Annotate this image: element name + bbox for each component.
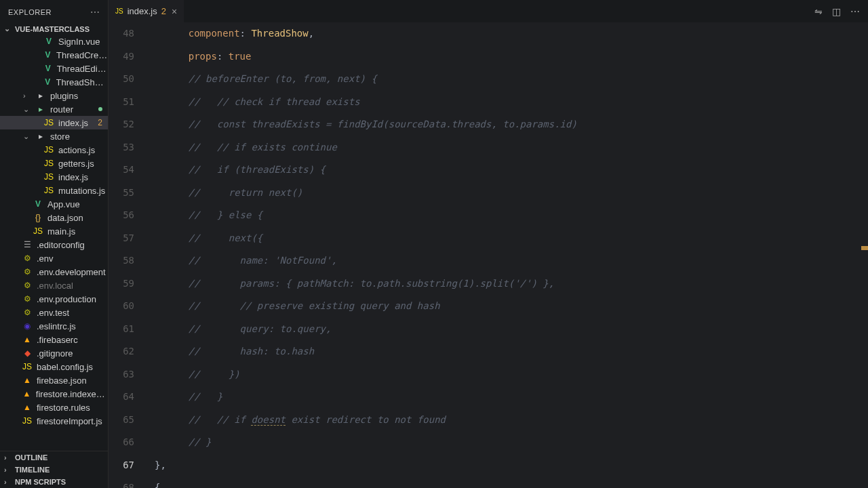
tree-item-label: actions.js (58, 145, 95, 155)
tree-item[interactable]: ⌄▸router (0, 102, 108, 116)
chevron-icon: › (23, 92, 31, 100)
explorer-actions: ⋯ (90, 7, 100, 18)
tree-item[interactable]: ◆.gitignore (0, 346, 108, 360)
tree-item-label: .env.test (37, 308, 69, 318)
modified-dot (98, 107, 102, 111)
npm-scripts-section[interactable]: ›NPM SCRIPTS (0, 476, 108, 488)
tree-item-label: getters.js (58, 159, 94, 169)
tree-item-label: data.json (47, 213, 83, 223)
tree-item[interactable]: ▲firestore.indexes.j… (0, 387, 108, 401)
tree-item-label: firebase.json (37, 375, 87, 386)
tree-item[interactable]: VSignIn.vue (0, 35, 108, 48)
compare-icon[interactable]: ⇋ (814, 6, 823, 17)
tree-item-label: plugins (50, 91, 78, 101)
tree-item[interactable]: ▲firebase.json (0, 373, 108, 387)
more-icon[interactable]: ⋯ (850, 6, 860, 17)
tree-item[interactable]: ⚙.env.development (0, 265, 108, 279)
project-name: VUE-MASTERCLASS (15, 25, 90, 33)
tree-item[interactable]: JSactions.js (0, 143, 108, 157)
tree-item[interactable]: ›▸plugins (0, 89, 108, 102)
tree-item-label: .env.development (37, 267, 106, 277)
tree-item-label: mutations.js (58, 186, 105, 196)
tree-item-label: .env.local (37, 281, 73, 291)
tree-item[interactable]: JSmutations.js (0, 184, 108, 197)
tree-item-label: store (50, 131, 70, 142)
tree-item-label: ThreadEdit.vue (57, 64, 108, 74)
tree-item[interactable]: ☰.editorconfig (0, 238, 108, 251)
tab-filename: index.js (127, 6, 157, 16)
tree-item-label: router (50, 104, 73, 115)
tree-item-label: App.vue (47, 199, 80, 209)
tree-item[interactable]: VThreadCreate… (0, 48, 108, 62)
tree-item[interactable]: JSindex.js2 (0, 116, 108, 129)
tree-item[interactable]: {}data.json (0, 211, 108, 224)
tree-item[interactable]: JSfirestoreImport.js (0, 414, 108, 428)
tree-item-label: index.js (58, 172, 88, 182)
tree-item[interactable]: ⚙.env.production (0, 292, 108, 306)
js-icon: JS (115, 7, 123, 15)
close-icon[interactable]: × (170, 6, 178, 17)
tree-item[interactable]: ◉.eslintrc.js (0, 319, 108, 333)
chevron-down-icon: ⌄ (4, 24, 12, 33)
file-tree: VSignIn.vueVThreadCreate…VThreadEdit.vue… (0, 35, 108, 451)
tree-item-label: .eslintrc.js (37, 321, 76, 331)
outline-section[interactable]: ›OUTLINE (0, 451, 108, 464)
tree-item-label: .firebaserc (37, 335, 78, 345)
editor-main: JS index.js 2 × ⇋ ◫ ⋯ 484950515253545556… (108, 0, 868, 488)
tree-item-label: main.js (47, 226, 75, 237)
code-editor[interactable]: 4849505152535455565758596061626364656667… (108, 22, 868, 488)
split-icon[interactable]: ◫ (832, 6, 841, 17)
tree-item-label: firestore.indexes.j… (36, 389, 108, 399)
tabbar-actions: ⇋ ◫ ⋯ (814, 6, 868, 17)
tree-item[interactable]: ⚙.env.test (0, 306, 108, 319)
timeline-section[interactable]: ›TIMELINE (0, 464, 108, 476)
explorer-title: EXPLORER (8, 8, 52, 16)
tree-item[interactable]: ▲.firebaserc (0, 333, 108, 346)
tree-item[interactable]: ⚙.env (0, 251, 108, 265)
code-area[interactable]: component: ThreadShow, props: true // be… (149, 22, 868, 488)
tree-item[interactable]: VThreadEdit.vue (0, 62, 108, 75)
tree-item[interactable]: JSmain.js (0, 224, 108, 238)
tree-item-label: SignIn.vue (58, 37, 100, 47)
tree-item[interactable]: ⚙.env.local (0, 279, 108, 292)
minimap[interactable] (859, 22, 868, 488)
tree-item[interactable]: ⌄▸store (0, 129, 108, 143)
project-header[interactable]: ⌄ VUE-MASTERCLASS (0, 23, 108, 35)
problem-badge: 2 (98, 118, 102, 127)
tree-item-label: index.js (58, 118, 88, 128)
tree-item-label: firestoreImport.js (37, 416, 102, 426)
tree-item-label: .env.production (37, 294, 96, 304)
chevron-icon: ⌄ (23, 105, 31, 114)
tree-item[interactable]: JSgetters.js (0, 157, 108, 170)
explorer-sidebar: EXPLORER ⋯ ⌄ VUE-MASTERCLASS VSignIn.vue… (0, 0, 108, 488)
tab-bar: JS index.js 2 × ⇋ ◫ ⋯ (108, 0, 868, 22)
tree-item-label: .gitignore (37, 348, 73, 359)
tree-item[interactable]: VThreadShow.vue (0, 75, 108, 89)
explorer-more-icon[interactable]: ⋯ (90, 7, 100, 18)
tree-item[interactable]: VApp.vue (0, 197, 108, 211)
chevron-icon: ⌄ (23, 132, 31, 141)
tree-item[interactable]: JSindex.js (0, 170, 108, 184)
tree-item-label: ThreadShow.vue (56, 77, 108, 87)
tree-item-label: babel.config.js (37, 362, 93, 372)
tab-problem-count: 2 (161, 6, 166, 16)
tree-item-label: .editorconfig (37, 240, 85, 250)
tab-index-js[interactable]: JS index.js 2 × (108, 0, 184, 22)
tree-item[interactable]: ▲firestore.rules (0, 401, 108, 414)
explorer-header: EXPLORER ⋯ (0, 0, 108, 23)
line-gutter: 4849505152535455565758596061626364656667… (108, 22, 149, 488)
tree-item-label: .env (37, 253, 54, 264)
tree-item[interactable]: JSbabel.config.js (0, 360, 108, 373)
bottom-sections: ›OUTLINE ›TIMELINE ›NPM SCRIPTS (0, 451, 108, 488)
tree-item-label: ThreadCreate… (56, 50, 108, 60)
tree-item-label: firestore.rules (37, 403, 90, 413)
